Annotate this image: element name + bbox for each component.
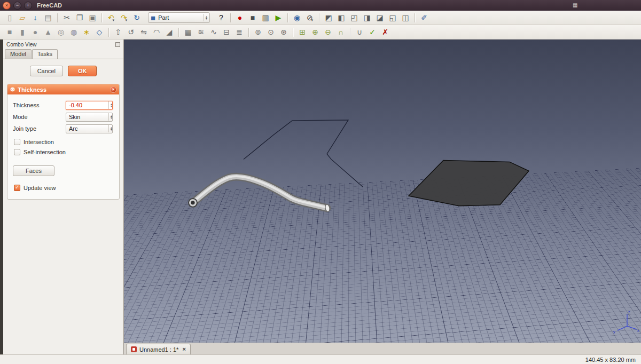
task-header-close-icon[interactable]: × — [110, 86, 116, 93]
dropdown-caret-icon[interactable]: ▾ — [113, 18, 115, 23]
view-left-button[interactable]: ◫ — [399, 12, 412, 23]
update-view-checkbox[interactable]: ✓ — [14, 185, 20, 191]
part-cone-icon: ▲ — [44, 28, 52, 36]
whats-this-button[interactable]: ? — [215, 12, 228, 23]
view-rear-button[interactable]: ◪ — [373, 12, 386, 23]
workbench-selector-arrows-icon[interactable]: ▴▾ — [204, 14, 207, 21]
macro-stop-button[interactable]: ■ — [246, 12, 259, 23]
part-primitives-button[interactable]: ∗ — [80, 26, 93, 38]
paste-button[interactable]: ▣ — [86, 12, 99, 23]
part-mirror-button[interactable]: ⇋ — [137, 26, 150, 38]
tab-tasks[interactable]: Tasks — [32, 49, 58, 59]
new-document-button[interactable]: ▯ — [3, 12, 16, 23]
macros-dialog-button[interactable]: ▥ — [259, 12, 272, 23]
view-right-button[interactable]: ◨ — [361, 12, 373, 23]
paste-icon: ▣ — [89, 14, 96, 21]
thickness-task-panel: ⊛ Thickness × Thickness -0.40 ▴▾ — [7, 84, 120, 200]
view-bottom-button[interactable]: ◱ — [386, 12, 399, 23]
spinner-arrows-icon[interactable]: ▴▾ — [108, 101, 112, 109]
part-union-button[interactable]: ⊕ — [309, 26, 322, 38]
view-axonometric-button[interactable]: ◩ — [322, 12, 335, 23]
draw-style-button[interactable]: ⊘▾ — [303, 12, 316, 23]
part-defeaturing-button[interactable]: ✗ — [379, 26, 392, 38]
part-thickness-button[interactable]: ⊛ — [277, 26, 290, 38]
copy-button[interactable]: ❐ — [73, 12, 86, 23]
part-sphere-button[interactable]: ● — [29, 26, 42, 38]
document-tab[interactable]: Unnamed1 : 1* × — [126, 344, 191, 354]
part-compound-button[interactable]: ⊞ — [296, 26, 309, 38]
measure-distance-button[interactable]: ✐ — [418, 12, 431, 23]
refresh-button[interactable]: ↻ — [130, 12, 143, 23]
faces-button[interactable]: Faces — [13, 165, 54, 176]
dropdown-caret-icon[interactable]: ▾ — [126, 18, 128, 23]
part-box-button[interactable]: ■ — [3, 26, 16, 38]
part-offset-2d-icon: ⊙ — [268, 28, 274, 36]
redo-button[interactable]: ↷▾ — [118, 12, 130, 23]
part-revolve-button[interactable]: ↺ — [124, 26, 137, 38]
intersection-checkbox[interactable]: ✓ — [14, 139, 20, 145]
macro-record-button[interactable]: ● — [233, 12, 246, 23]
window-minimize-button[interactable]: − — [13, 2, 21, 10]
dropdown-arrows-icon[interactable]: ▴▾ — [108, 125, 112, 132]
part-ruled-surface-button[interactable]: ▦ — [182, 26, 194, 38]
part-tube-icon: ◍ — [71, 28, 77, 36]
dropdown-caret-icon[interactable]: ▾ — [311, 18, 314, 23]
workbench-selector[interactable]: ◼ Part ▴▾ — [148, 12, 210, 23]
part-tube-button[interactable]: ◍ — [67, 26, 80, 38]
part-offset-3d-button[interactable]: ⊚ — [252, 26, 264, 38]
part-check-geometry-button[interactable]: ✓ — [366, 26, 379, 38]
part-fillet-button[interactable]: ◠ — [150, 26, 163, 38]
window-close-button[interactable]: × — [3, 2, 11, 10]
part-chamfer-button[interactable]: ◢ — [163, 26, 176, 38]
bent-tube[interactable] — [189, 176, 330, 212]
part-cone-button[interactable]: ▲ — [42, 26, 54, 38]
toolbar-separator — [319, 13, 319, 22]
undo-button[interactable]: ↶▾ — [105, 12, 118, 23]
join-type-dropdown[interactable]: Arc ▴▾ — [66, 124, 113, 133]
ok-button[interactable]: OK — [68, 66, 97, 76]
self-intersection-checkbox[interactable]: ✓ — [14, 149, 20, 155]
3d-viewport[interactable]: x y z Unnamed1 : 1* × — [124, 39, 641, 354]
part-section-icon: ⊟ — [223, 28, 230, 36]
part-connect-button[interactable]: ∪ — [353, 26, 366, 38]
cancel-button[interactable]: Cancel — [30, 66, 63, 76]
part-cross-sections-button[interactable]: ≣ — [233, 26, 246, 38]
refresh-icon: ↻ — [134, 14, 140, 21]
close-document-icon[interactable]: × — [182, 346, 185, 352]
view-top-button[interactable]: ◰ — [348, 12, 361, 23]
view-front-button[interactable]: ◧ — [335, 12, 348, 23]
thickness-input[interactable]: -0.40 ▴▾ — [66, 101, 113, 110]
view-left-icon: ◫ — [402, 14, 409, 21]
part-loft-button[interactable]: ≋ — [194, 26, 207, 38]
part-offset-2d-button[interactable]: ⊙ — [264, 26, 277, 38]
part-torus-button[interactable]: ◎ — [54, 26, 67, 38]
macro-execute-button[interactable]: ▶ — [272, 12, 285, 23]
mode-value: Skin — [69, 114, 107, 120]
window-maximize-button[interactable]: + — [24, 2, 32, 10]
part-cross-sections-icon: ≣ — [236, 28, 243, 36]
part-extrude-button[interactable]: ⇧ — [112, 26, 124, 38]
cut-button[interactable]: ✂ — [60, 12, 73, 23]
update-view-label: Update view — [24, 185, 56, 191]
part-cut-button[interactable]: ⊖ — [322, 26, 334, 38]
part-sweep-button[interactable]: ∿ — [207, 26, 220, 38]
wire-sketch[interactable] — [244, 120, 363, 187]
axis-x-label: x — [637, 328, 639, 333]
3d-scene[interactable]: x y z — [124, 39, 641, 343]
part-cylinder-button[interactable]: ▮ — [16, 26, 29, 38]
save-document-button[interactable]: ↓ — [29, 12, 42, 23]
part-defeaturing-icon: ✗ — [382, 28, 388, 36]
hexagon-face[interactable] — [409, 160, 529, 205]
open-folder-button[interactable]: ▱ — [16, 12, 29, 23]
part-torus-icon: ◎ — [58, 28, 64, 36]
tab-model[interactable]: Model — [5, 49, 32, 59]
part-common-button[interactable]: ∩ — [334, 26, 347, 38]
fit-all-button[interactable]: ◉ — [291, 12, 303, 23]
dropdown-arrows-icon[interactable]: ▴▾ — [108, 113, 112, 121]
part-section-button[interactable]: ⊟ — [220, 26, 233, 38]
float-panel-icon[interactable] — [115, 42, 120, 47]
print-button[interactable]: ▤ — [42, 12, 54, 23]
mode-dropdown[interactable]: Skin ▴▾ — [66, 113, 113, 122]
dimensions-readout: 140.45 x 83.20 mm — [585, 357, 636, 363]
part-shape-builder-button[interactable]: ◇ — [93, 26, 106, 38]
